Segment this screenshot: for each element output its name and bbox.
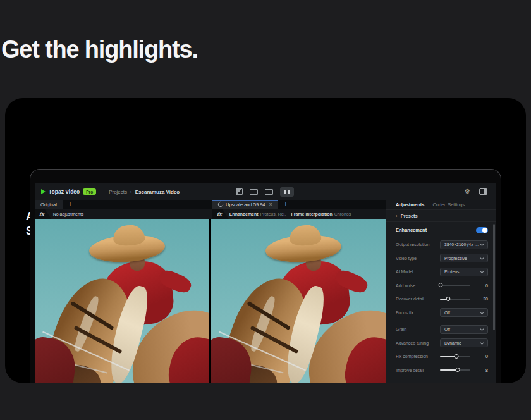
dropdown-value: Progressive xyxy=(444,256,479,261)
chevron-right-icon: › xyxy=(396,213,398,219)
app-window: Topaz Video Pro Projects › Escaramuza Vi… xyxy=(35,183,496,383)
titlebar-actions: ⚙ xyxy=(465,183,487,200)
add-noise-slider[interactable]: 0 xyxy=(440,283,488,288)
settings-gear-icon[interactable]: ⚙ xyxy=(465,188,470,195)
chevron-down-icon xyxy=(480,269,484,273)
control-label: AI Model xyxy=(396,269,440,274)
tab-codec-settings[interactable]: Codec Settings xyxy=(432,202,465,207)
chevron-down-icon xyxy=(480,326,484,331)
enhancement-toggle[interactable] xyxy=(476,227,488,233)
tab-adjustments[interactable]: Adjustments xyxy=(396,202,424,207)
tab-upscale[interactable]: Upscale and 59.94 × xyxy=(212,200,278,209)
control-label: Advanced tuning xyxy=(396,341,440,345)
control-recover-detail: Recover detail 20 xyxy=(396,292,488,306)
slider-value: 8 xyxy=(474,368,488,373)
tab-original-label: Original xyxy=(40,202,57,207)
dropdown-value: Off xyxy=(444,311,479,315)
slider-value: 0 xyxy=(474,283,488,288)
page-title: Get the highlights. xyxy=(1,36,198,63)
dual-view-icon[interactable] xyxy=(280,187,294,197)
panel-scrollbar[interactable] xyxy=(493,224,495,330)
control-label: Add noise xyxy=(396,283,440,288)
video-pane-upscaled[interactable] xyxy=(211,219,386,383)
output-resolution-dropdown[interactable]: 3840×2160 (4x … xyxy=(440,240,488,249)
video-type-dropdown[interactable]: Progressive xyxy=(440,254,488,262)
slider-track-area[interactable] xyxy=(440,283,470,288)
frame-interpolation-label: Frame interpolation xyxy=(291,212,332,216)
video-pane-original[interactable] xyxy=(35,219,209,383)
control-improve-detail: Improve detail 8 xyxy=(396,364,488,378)
chevron-down-icon xyxy=(480,242,484,246)
dropdown-value: Off xyxy=(444,327,479,331)
app-main: Original + Upscale and 59.94 × + xyxy=(35,200,496,383)
dropdown-value: Proteus xyxy=(444,269,479,274)
controls-list: Output resolution 3840×2160 (4x … Video … xyxy=(386,238,496,377)
tabs-bar: Original + Upscale and 59.94 × + xyxy=(35,200,386,209)
slider-track-area[interactable] xyxy=(440,354,470,359)
control-add-noise: Add noise 0 xyxy=(396,279,488,293)
control-label: Grain xyxy=(396,327,440,331)
chevron-down-icon xyxy=(480,310,484,314)
chevron-down-icon xyxy=(480,256,484,260)
pro-badge: Pro xyxy=(83,188,96,195)
focus-fix-dropdown[interactable]: Off xyxy=(440,308,488,317)
control-video-type: Video type Progressive xyxy=(396,252,488,266)
right-tab-group: Upscale and 59.94 × + xyxy=(212,200,293,209)
slider-track-area[interactable] xyxy=(440,368,470,373)
ai-model-dropdown[interactable]: Proteus xyxy=(440,268,488,276)
slider-track-area[interactable] xyxy=(440,297,470,302)
close-tab-icon[interactable]: × xyxy=(269,202,272,207)
frame-interpolation-value: Chronos xyxy=(334,212,351,216)
breadcrumb: Projects › Escaramuza Video xyxy=(109,189,180,195)
more-options-icon[interactable]: ⋯ xyxy=(375,211,381,217)
settings-panel: Adjustments Codec Settings › Presets Enh… xyxy=(386,200,496,383)
single-view-icon[interactable] xyxy=(250,189,258,195)
right-adjustments-bar: fx Enhancement Proteus, Rel. · Frame int… xyxy=(212,209,386,219)
add-tab-button-left[interactable]: + xyxy=(63,200,78,209)
compare-view-icon[interactable] xyxy=(265,189,273,195)
slider-knob[interactable] xyxy=(455,354,459,359)
control-label: Improve detail xyxy=(396,368,440,373)
separator-dot: · xyxy=(288,212,289,216)
fix-compression-slider[interactable]: 0 xyxy=(440,354,488,359)
enhancement-label: Enhancement xyxy=(396,227,427,233)
slider-knob[interactable] xyxy=(446,297,451,301)
chevron-down-icon xyxy=(480,340,484,345)
control-fix-compression: Fix compression 0 xyxy=(396,350,488,364)
fx-icon: fx xyxy=(39,211,44,217)
slider-knob[interactable] xyxy=(439,283,443,287)
add-tab-button-right[interactable]: + xyxy=(278,200,293,209)
view-mode-group xyxy=(236,183,294,200)
control-label: Recover detail xyxy=(396,297,440,301)
enhancement-row: Enhancement xyxy=(386,222,496,238)
upscale-process-icon xyxy=(217,201,224,207)
breadcrumb-projects[interactable]: Projects xyxy=(109,189,127,195)
control-output-resolution: Output resolution 3840×2160 (4x … xyxy=(396,238,488,252)
slider-value: 0 xyxy=(474,354,488,359)
grain-dropdown[interactable]: Off xyxy=(440,325,488,334)
advanced-tuning-dropdown[interactable]: Dynamic xyxy=(440,338,488,347)
presets-row[interactable]: › Presets xyxy=(386,210,496,222)
tab-upscale-label: Upscale and 59.94 xyxy=(226,202,266,207)
recover-detail-slider[interactable]: 20 xyxy=(440,297,488,302)
viewer-area: Original + Upscale and 59.94 × + xyxy=(35,200,386,383)
enhancement-summary: Enhancement Proteus, Rel. · Frame interp… xyxy=(229,212,351,216)
app-brand: Topaz Video Pro xyxy=(35,188,96,195)
sombrero-crown-shape xyxy=(289,225,322,247)
control-advanced-tuning: Advanced tuning Dynamic xyxy=(396,337,488,350)
control-label: Output resolution xyxy=(396,242,440,247)
no-adjustments-label: No adjustments xyxy=(53,212,84,216)
slider-value: 20 xyxy=(474,297,488,301)
topaz-play-logo-icon xyxy=(41,189,46,194)
control-ai-model: AI Model Proteus xyxy=(396,265,488,279)
slider-knob[interactable] xyxy=(455,368,460,372)
tab-original[interactable]: Original xyxy=(35,200,63,209)
panel-toggle-icon[interactable] xyxy=(479,188,487,195)
app-name: Topaz Video xyxy=(49,188,80,195)
video-frame-original xyxy=(35,219,209,383)
enhancement-summary-value: Proteus, Rel. xyxy=(260,212,286,216)
dropdown-value: Dynamic xyxy=(444,341,479,345)
split-view-icon[interactable] xyxy=(236,188,243,195)
sombrero-crown-shape xyxy=(113,225,145,247)
improve-detail-slider[interactable]: 8 xyxy=(440,368,488,373)
